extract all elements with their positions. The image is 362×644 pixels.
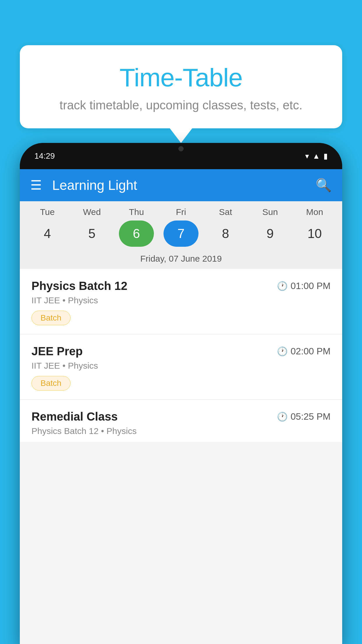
selected-date: Friday, 07 June 2019	[20, 251, 342, 269]
class-1-time-text: 01:00 PM	[291, 281, 331, 291]
app-title: Learning Light	[52, 177, 316, 193]
bubble-title: Time-Table	[34, 63, 328, 92]
day-header-mon: Mon	[297, 207, 332, 217]
status-icons: ▾ ▲ ▮	[305, 152, 328, 161]
day-header-tue: Tue	[30, 207, 65, 217]
search-icon[interactable]: 🔍	[316, 178, 332, 193]
wifi-icon: ▾	[305, 152, 309, 161]
day-4[interactable]: 4	[30, 220, 65, 247]
hamburger-icon[interactable]: ☰	[30, 179, 42, 192]
class-2-time-text: 02:00 PM	[291, 346, 331, 357]
day-header-sat: Sat	[208, 207, 243, 217]
status-time: 14:29	[34, 151, 55, 161]
class-item-3-header: Remedial Class 🕐 05:25 PM	[31, 410, 331, 423]
battery-icon: ▮	[324, 152, 328, 161]
class-3-name: Remedial Class	[31, 410, 118, 423]
camera-dot	[178, 146, 184, 151]
clock-icon-2: 🕐	[277, 346, 288, 356]
class-item-2[interactable]: JEE Prep 🕐 02:00 PM IIT JEE • Physics Ba…	[20, 334, 342, 400]
day-numbers: 4 5 6 7 8 9 10	[20, 220, 342, 247]
class-3-time-text: 05:25 PM	[291, 411, 331, 422]
class-2-name: JEE Prep	[31, 345, 83, 358]
bubble-subtitle: track timetable, upcoming classes, tests…	[34, 98, 328, 112]
clock-icon-3: 🕐	[277, 412, 288, 422]
day-9[interactable]: 9	[253, 220, 288, 247]
notch	[172, 143, 190, 155]
class-item-2-header: JEE Prep 🕐 02:00 PM	[31, 345, 331, 358]
calendar-strip: Tue Wed Thu Fri Sat Sun Mon 4 5 6 7 8 9 …	[20, 201, 342, 269]
class-1-time: 🕐 01:00 PM	[277, 281, 331, 291]
day-header-wed: Wed	[74, 207, 109, 217]
signal-icon: ▲	[312, 152, 320, 161]
day-headers: Tue Wed Thu Fri Sat Sun Mon	[20, 207, 342, 217]
day-header-fri: Fri	[164, 207, 198, 217]
class-3-subtitle: Physics Batch 12 • Physics	[31, 426, 331, 436]
class-1-subtitle: IIT JEE • Physics	[31, 295, 331, 305]
class-item-3[interactable]: Remedial Class 🕐 05:25 PM Physics Batch …	[20, 400, 342, 442]
status-bar: 14:29 ▾ ▲ ▮	[20, 143, 342, 169]
class-item-1[interactable]: Physics Batch 12 🕐 01:00 PM IIT JEE • Ph…	[20, 269, 342, 334]
class-1-name: Physics Batch 12	[31, 279, 127, 293]
day-header-thu: Thu	[119, 207, 154, 217]
class-2-time: 🕐 02:00 PM	[277, 346, 331, 357]
class-list: Physics Batch 12 🕐 01:00 PM IIT JEE • Ph…	[20, 269, 342, 442]
class-2-subtitle: IIT JEE • Physics	[31, 361, 331, 371]
day-header-sun: Sun	[253, 207, 288, 217]
app-bar: ☰ Learning Light 🔍	[20, 169, 342, 201]
speech-bubble: Time-Table track timetable, upcoming cla…	[20, 45, 342, 128]
phone-frame: 14:29 ▾ ▲ ▮ ☰ Learning Light 🔍 Tue Wed T…	[20, 143, 342, 644]
phone-screen: ☰ Learning Light 🔍 Tue Wed Thu Fri Sat S…	[20, 169, 342, 644]
day-8[interactable]: 8	[208, 220, 243, 247]
clock-icon-1: 🕐	[277, 281, 288, 291]
class-2-badge: Batch	[31, 376, 71, 391]
day-10[interactable]: 10	[297, 220, 332, 247]
day-7-selected[interactable]: 7	[164, 220, 198, 247]
class-3-time: 🕐 05:25 PM	[277, 411, 331, 422]
day-6-today[interactable]: 6	[119, 220, 154, 247]
day-5[interactable]: 5	[74, 220, 109, 247]
class-1-badge: Batch	[31, 311, 71, 325]
class-item-1-header: Physics Batch 12 🕐 01:00 PM	[31, 279, 331, 293]
